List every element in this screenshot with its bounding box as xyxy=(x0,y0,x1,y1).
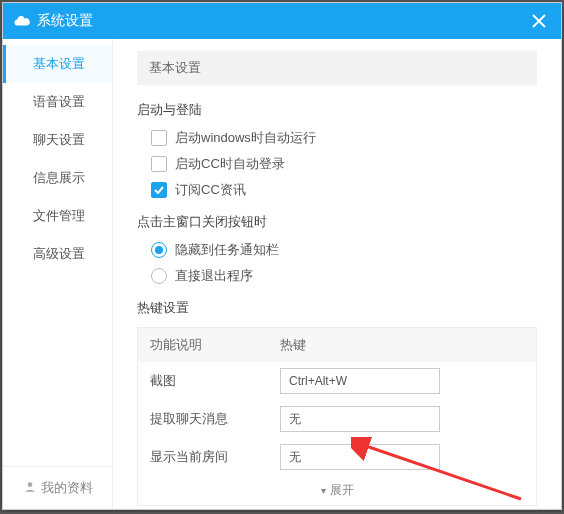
hotkey-input-screenshot[interactable] xyxy=(280,368,440,394)
sidebar-item-files[interactable]: 文件管理 xyxy=(3,197,112,235)
checkbox-auto-run[interactable] xyxy=(151,130,167,146)
sidebar-item-profile[interactable]: 我的资料 xyxy=(3,466,112,509)
radio-label: 直接退出程序 xyxy=(175,267,253,285)
user-icon xyxy=(23,480,37,497)
sidebar: 基本设置 语音设置 聊天设置 信息展示 文件管理 高级设置 我的资料 xyxy=(3,39,113,509)
group-hotkey-title: 热键设置 xyxy=(137,299,537,317)
checkbox-label: 启动windows时自动运行 xyxy=(175,129,316,147)
sidebar-item-label: 高级设置 xyxy=(33,246,85,261)
checkbox-subscribe[interactable] xyxy=(151,182,167,198)
sidebar-item-label: 聊天设置 xyxy=(33,132,85,147)
section-header: 基本设置 xyxy=(137,51,537,85)
sidebar-item-info[interactable]: 信息展示 xyxy=(3,159,112,197)
checkbox-auto-login[interactable] xyxy=(151,156,167,172)
sidebar-item-basic[interactable]: 基本设置 xyxy=(3,45,112,83)
sidebar-item-label: 信息展示 xyxy=(33,170,85,185)
sidebar-item-label: 我的资料 xyxy=(41,479,93,497)
hotkey-row: 显示当前房间 xyxy=(138,438,536,476)
caret-down-icon: ▾ xyxy=(321,485,326,496)
hotkey-expand-button[interactable]: ▾ 展开 xyxy=(138,476,536,505)
svg-point-2 xyxy=(27,482,32,487)
hotkey-table: 功能说明 热键 截图 提取聊天消息 显示当前房间 ▾ 展开 xyxy=(137,327,537,506)
sidebar-item-label: 语音设置 xyxy=(33,94,85,109)
window-title: 系统设置 xyxy=(37,12,93,30)
expand-label: 展开 xyxy=(330,482,354,499)
hotkey-head-key: 热键 xyxy=(280,336,524,354)
group-close-title: 点击主窗口关闭按钮时 xyxy=(137,213,537,231)
sidebar-item-label: 文件管理 xyxy=(33,208,85,223)
content-pane: 基本设置 启动与登陆 启动windows时自动运行 启动CC时自动登录 订阅CC… xyxy=(113,39,561,509)
hotkey-input-show-room[interactable] xyxy=(280,444,440,470)
hotkey-func: 提取聊天消息 xyxy=(150,410,280,428)
sidebar-item-label: 基本设置 xyxy=(33,56,85,71)
hotkey-row: 截图 xyxy=(138,362,536,400)
close-button[interactable] xyxy=(527,9,551,33)
checkbox-label: 订阅CC资讯 xyxy=(175,181,246,199)
hotkey-func: 截图 xyxy=(150,372,280,390)
radio-hide-to-tray[interactable] xyxy=(151,242,167,258)
hotkey-func: 显示当前房间 xyxy=(150,448,280,466)
titlebar: 系统设置 xyxy=(3,3,561,39)
hotkey-row: 提取聊天消息 xyxy=(138,400,536,438)
checkbox-label: 启动CC时自动登录 xyxy=(175,155,285,173)
group-startup-title: 启动与登陆 xyxy=(137,101,537,119)
hotkey-head-func: 功能说明 xyxy=(150,336,280,354)
sidebar-item-voice[interactable]: 语音设置 xyxy=(3,83,112,121)
hotkey-input-fetch-msg[interactable] xyxy=(280,406,440,432)
sidebar-item-chat[interactable]: 聊天设置 xyxy=(3,121,112,159)
sidebar-item-advanced[interactable]: 高级设置 xyxy=(3,235,112,273)
settings-cloud-icon xyxy=(13,12,31,30)
radio-label: 隐藏到任务通知栏 xyxy=(175,241,279,259)
radio-exit[interactable] xyxy=(151,268,167,284)
